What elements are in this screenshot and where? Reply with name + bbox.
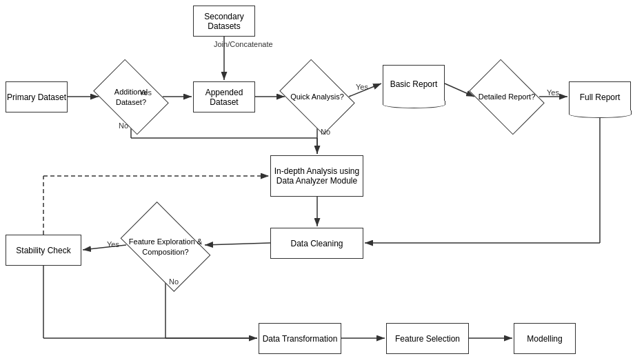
indepth-analysis-label: In-depth Analysis using Data Analyzer Mo… <box>271 166 363 186</box>
data-cleaning-label: Data Cleaning <box>290 239 343 248</box>
flowchart-diagram: Primary Dataset Additional Dataset? Seco… <box>0 0 644 363</box>
full-report-node: Full Report <box>569 81 631 112</box>
indepth-analysis-node: In-depth Analysis using Data Analyzer Mo… <box>270 155 363 197</box>
label-no-feature: No <box>169 277 179 286</box>
quick-analysis-node: Quick Analysis? <box>286 75 348 119</box>
primary-dataset-label: Primary Dataset <box>7 92 66 102</box>
full-report-label: Full Report <box>580 92 621 102</box>
data-cleaning-node: Data Cleaning <box>270 228 363 259</box>
svg-line-11 <box>205 243 270 245</box>
label-yes-feature: Yes <box>107 240 119 248</box>
label-no-quick: No <box>321 128 330 136</box>
appended-dataset-label: Appended Dataset <box>194 88 254 107</box>
basic-report-label: Basic Report <box>390 79 438 89</box>
detailed-report-label: Detailed Report? <box>479 92 536 101</box>
quick-analysis-label: Quick Analysis? <box>290 92 344 101</box>
feature-selection-label: Feature Selection <box>395 334 460 344</box>
appended-dataset-node: Appended Dataset <box>193 81 255 112</box>
data-transformation-label: Data Transformation <box>263 334 338 344</box>
secondary-datasets-label: Secondary Datasets <box>194 12 254 31</box>
svg-line-12 <box>83 245 126 250</box>
feature-exploration-label: Feature Exploration & Composition? <box>128 237 203 257</box>
additional-dataset-node: Additional Dataset? <box>100 75 162 119</box>
data-transformation-node: Data Transformation <box>259 323 341 354</box>
basic-report-node: Basic Report <box>383 65 445 103</box>
modelling-label: Modelling <box>527 334 562 344</box>
stability-check-label: Stability Check <box>16 246 70 255</box>
primary-dataset-node: Primary Dataset <box>6 81 68 112</box>
feature-exploration-node: Feature Exploration & Composition? <box>128 221 203 273</box>
label-yes-quick: Yes <box>356 83 368 91</box>
label-no-additional: No <box>119 121 128 130</box>
label-join-concatenate: Join/Concatenate <box>214 40 273 48</box>
modelling-node: Modelling <box>514 323 576 354</box>
secondary-datasets-node: Secondary Datasets <box>193 6 255 37</box>
stability-check-node: Stability Check <box>6 235 81 266</box>
detailed-report-node: Detailed Report? <box>476 75 538 119</box>
additional-dataset-label: Additional Dataset? <box>100 87 162 107</box>
label-yes-detailed: Yes <box>547 88 559 97</box>
feature-selection-node: Feature Selection <box>386 323 469 354</box>
